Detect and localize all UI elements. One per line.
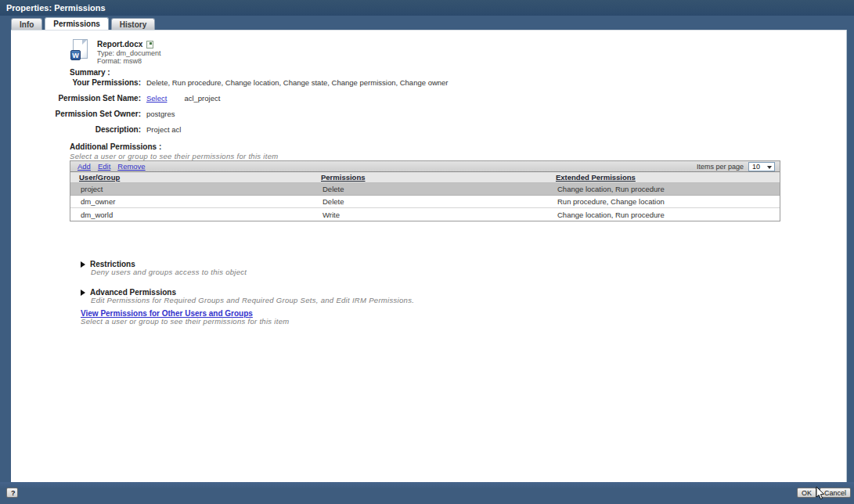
tab-history[interactable]: History (111, 18, 155, 30)
tab-permissions-label: Permissions (53, 20, 99, 28)
window-title-bar: Properties: Permissions (0, 0, 854, 16)
table-header-row: User/Group Permissions Extended Permissi… (70, 172, 780, 183)
tab-info[interactable]: Info (11, 18, 42, 30)
word-document-icon: W (70, 39, 88, 60)
document-format: Format: msw8 (97, 58, 161, 64)
summary-heading: Summary : (70, 68, 110, 77)
restrictions-hint: Deny users and groups access to this obj… (91, 268, 247, 276)
permission-set-name-value: acl_project (184, 94, 220, 103)
column-header-permissions[interactable]: Permissions (312, 173, 547, 182)
items-per-page-label: Items per page (697, 163, 744, 171)
expand-arrow-icon (81, 261, 85, 268)
chevron-down-icon (767, 166, 772, 169)
help-button[interactable]: ? (6, 488, 18, 498)
column-header-user-group[interactable]: User/Group (70, 173, 312, 182)
cancel-button[interactable]: Cancel (820, 488, 851, 498)
table-row-dm-world[interactable]: dm_world Write Change location, Run proc… (70, 208, 780, 221)
add-button[interactable]: Add (77, 162, 91, 171)
remove-button[interactable]: Remove (117, 162, 145, 171)
edit-button[interactable]: Edit (98, 162, 110, 171)
ok-button[interactable]: OK (797, 488, 816, 498)
table-toolbar: Add Edit Remove Items per page 10 (70, 161, 780, 172)
document-name: Report.docx (97, 40, 142, 49)
footer-bar: ? OK Cancel (0, 482, 854, 504)
document-info-icon[interactable] (146, 41, 153, 49)
additional-permissions-heading: Additional Permissions : (70, 142, 161, 151)
items-per-page-select[interactable]: 10 (748, 162, 775, 171)
permissions-panel: W Report.docx Type: dm_document Format: … (11, 30, 847, 482)
summary-fields: Your Permissions: Delete, Run procedure,… (11, 78, 715, 141)
column-header-extended-permissions[interactable]: Extended Permissions (547, 173, 780, 182)
window-title: Properties: Permissions (6, 3, 106, 13)
field-your-permissions: Your Permissions: Delete, Run procedure,… (11, 78, 715, 87)
permissions-table: Add Edit Remove Items per page 10 User/G… (70, 160, 780, 221)
view-permissions-hint: Select a user or group to see their perm… (81, 317, 289, 326)
table-row-project[interactable]: project Delete Change location, Run proc… (70, 183, 780, 196)
select-permission-set-link[interactable]: Select (146, 94, 167, 103)
tab-history-label: History (120, 20, 146, 29)
expand-arrow-icon (81, 290, 85, 296)
document-header: W Report.docx Type: dm_document Format: … (70, 39, 161, 64)
field-description: Description: Project acl (11, 125, 715, 134)
table-row-dm-owner[interactable]: dm_owner Delete Run procedure, Change lo… (70, 196, 780, 208)
field-permission-set-owner: Permission Set Owner: postgres (11, 110, 715, 118)
tab-bar: Info Permissions History (11, 19, 155, 30)
field-permission-set-name: Permission Set Name: Select acl_project (11, 94, 715, 103)
document-type: Type: dm_document (97, 50, 161, 56)
tab-permissions[interactable]: Permissions (45, 17, 108, 30)
advanced-permissions-hint: Edit Permissions for Required Groups and… (91, 296, 414, 304)
tab-info-label: Info (20, 20, 34, 29)
additional-permissions-hint: Select a user or group to see their perm… (70, 152, 278, 160)
word-badge-icon: W (70, 50, 81, 60)
